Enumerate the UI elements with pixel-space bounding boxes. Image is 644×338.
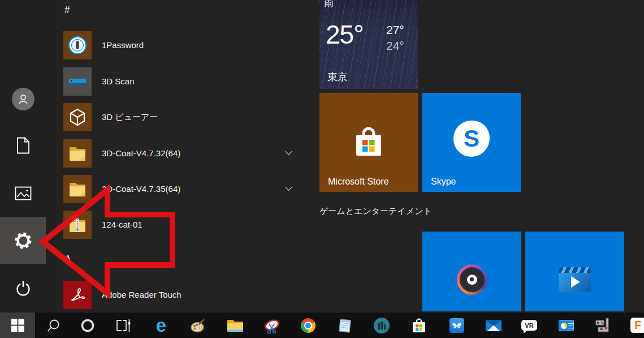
weather-current-temp: 25° [326, 19, 364, 50]
teal-app-button[interactable] [373, 313, 390, 338]
search-button[interactable] [45, 313, 62, 338]
app-section-header-a[interactable]: A [64, 253, 71, 266]
power-icon [14, 279, 32, 297]
teal-circle-app-icon [374, 318, 390, 333]
microsoft-store-tile[interactable]: Microsoft Store [319, 93, 418, 192]
mail-button[interactable] [485, 313, 503, 338]
app-item-124-cat-01[interactable]: 124-cat-01 [63, 211, 306, 239]
task-view-button[interactable] [115, 313, 132, 338]
3d-scan-icon [63, 67, 92, 96]
cortana-button[interactable] [79, 313, 96, 338]
app-list: # 1Password 3D Scan [63, 0, 312, 313]
weather-tile[interactable]: 雨 25° 27° 24° 東京 [319, 0, 418, 89]
skype-tile[interactable]: S Skype [422, 93, 521, 192]
edge-button[interactable]: e [153, 313, 170, 338]
groove-music-tile[interactable] [422, 232, 521, 311]
game-controller-icon [594, 317, 611, 334]
app-item-3d-viewer[interactable]: 3D ビューアー [63, 103, 306, 131]
display-app-button[interactable] [557, 313, 575, 338]
chevron-down-icon[interactable] [285, 183, 292, 191]
vr-app-button[interactable]: VR [520, 313, 538, 338]
folder-icon [63, 139, 92, 168]
chrome-button[interactable] [300, 313, 317, 338]
fullscreen-start-menu: # 1Password 3D Scan [0, 0, 644, 338]
game-controller-app-button[interactable] [594, 313, 612, 338]
taskbar: e [0, 313, 644, 338]
adobe-reader-icon [63, 281, 92, 309]
microsoft-store-icon [352, 125, 386, 160]
power-button[interactable] [0, 270, 46, 306]
pictures-button[interactable] [0, 175, 46, 211]
fusion-360-button[interactable]: F [629, 313, 644, 338]
weather-condition: 雨 [324, 0, 334, 10]
app-item-3dcoat-32[interactable]: 3D-Coat-V4.7.32(64) [63, 139, 306, 168]
paint-icon [190, 318, 206, 333]
snipping-tool-icon [263, 318, 280, 333]
chevron-down-icon[interactable] [285, 148, 292, 155]
weather-low-temp: 24° [386, 39, 404, 53]
chrome-icon [301, 318, 315, 333]
weather-high-temp: 27° [386, 23, 404, 37]
user-icon [17, 93, 29, 105]
file-explorer-icon [227, 319, 244, 332]
app-item-adobe-reader-touch[interactable]: Adobe Reader Touch [63, 281, 306, 309]
skype-label: Skype [431, 177, 456, 187]
notepad-button[interactable] [336, 313, 354, 338]
edge-icon: e [156, 316, 166, 335]
gear-icon [13, 230, 33, 251]
mail-icon [486, 320, 502, 331]
user-account-button[interactable] [0, 81, 46, 117]
weather-city: 東京 [327, 70, 348, 84]
notepad-icon [337, 318, 353, 333]
documents-button[interactable] [0, 127, 46, 164]
movies-tv-icon [559, 267, 591, 292]
microsoft-store-icon [412, 318, 426, 333]
zip-folder-icon [63, 211, 92, 239]
groove-music-icon [457, 264, 487, 295]
butterfly-app-icon [449, 318, 464, 333]
windows-logo-icon [11, 319, 24, 332]
3d-viewer-cube-icon [63, 103, 92, 131]
microsoft-store-label: Microsoft Store [328, 177, 389, 187]
cortana-icon [80, 318, 95, 333]
fusion-360-icon: F [630, 318, 644, 333]
app-item-3d-scan[interactable]: 3D Scan [63, 67, 306, 96]
snipping-tool-button[interactable] [263, 313, 281, 338]
settings-rail-item[interactable] [0, 217, 46, 264]
skype-icon: S [453, 121, 490, 157]
start-nav-rail [0, 0, 55, 313]
paint-button[interactable] [189, 313, 206, 338]
1password-icon [63, 31, 92, 59]
file-explorer-button[interactable] [226, 313, 244, 338]
vr-speech-bubble-icon: VR [521, 320, 537, 331]
pictures-icon [15, 186, 32, 200]
games-section-header: ゲームとエンターテイメント [319, 206, 432, 217]
display-chart-icon [559, 320, 574, 331]
start-button[interactable] [0, 313, 35, 338]
app-item-3dcoat-35[interactable]: 3D-Coat-V4.7.35(64) [63, 175, 306, 203]
search-icon [47, 319, 60, 332]
store-taskbar-button[interactable] [410, 313, 428, 338]
movies-tv-tile[interactable] [525, 232, 624, 311]
folder-icon [63, 175, 92, 203]
app-item-1password[interactable]: 1Password [63, 31, 306, 59]
app-section-header-sharp[interactable]: # [64, 3, 70, 17]
butterfly-app-button[interactable] [448, 313, 465, 338]
avatar [12, 88, 34, 110]
document-icon [16, 137, 31, 154]
task-view-icon [115, 318, 131, 333]
